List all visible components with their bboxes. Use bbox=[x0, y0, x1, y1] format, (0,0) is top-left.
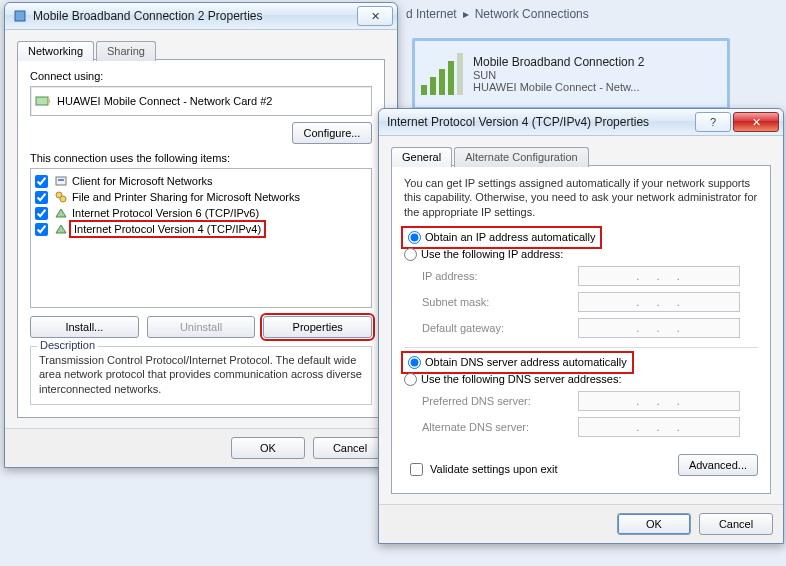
validate-checkbox-row[interactable]: Validate settings upon exit bbox=[406, 460, 558, 479]
validate-label: Validate settings upon exit bbox=[430, 463, 558, 475]
subnet-label: Subnet mask: bbox=[422, 296, 572, 308]
tab-general[interactable]: General bbox=[391, 147, 452, 167]
list-item[interactable]: File and Printer Sharing for Microsoft N… bbox=[35, 189, 367, 205]
cancel-button[interactable]: Cancel bbox=[699, 513, 773, 535]
ipv4-properties-window: Internet Protocol Version 4 (TCP/IPv4) P… bbox=[378, 108, 784, 544]
close-icon[interactable]: ✕ bbox=[357, 6, 393, 26]
connection-device: HUAWEI Mobile Connect - Netw... bbox=[473, 81, 644, 93]
configure-button[interactable]: Configure... bbox=[292, 122, 372, 144]
protocol-icon bbox=[54, 222, 68, 236]
radio-input[interactable] bbox=[404, 248, 417, 261]
item-checkbox[interactable] bbox=[35, 175, 48, 188]
connection-card[interactable]: Mobile Broadband Connection 2 SUN HUAWEI… bbox=[412, 38, 730, 110]
item-checkbox[interactable] bbox=[35, 191, 48, 204]
protocol-icon bbox=[54, 206, 68, 220]
client-icon bbox=[54, 174, 68, 188]
svg-rect-1 bbox=[36, 97, 48, 105]
items-label: This connection uses the following items… bbox=[30, 152, 372, 164]
breadcrumb: d Internet ▸ Network Connections bbox=[398, 0, 786, 28]
radio-input[interactable] bbox=[408, 356, 421, 369]
list-item[interactable]: Client for Microsoft Networks bbox=[35, 173, 367, 189]
validate-checkbox[interactable] bbox=[410, 463, 423, 476]
description-label: Description bbox=[37, 339, 98, 351]
radio-use-dns[interactable]: Use the following DNS server addresses: bbox=[404, 371, 758, 388]
list-item[interactable]: Internet Protocol Version 4 (TCP/IPv4) bbox=[35, 221, 367, 237]
radio-use-ip[interactable]: Use the following IP address: bbox=[404, 246, 758, 263]
connection-operator: SUN bbox=[473, 69, 644, 81]
tab-alternate-config[interactable]: Alternate Configuration bbox=[454, 147, 589, 167]
pref-dns-label: Preferred DNS server: bbox=[422, 395, 572, 407]
tab-networking[interactable]: Networking bbox=[17, 41, 94, 61]
description-text: Transmission Control Protocol/Internet P… bbox=[39, 353, 363, 396]
window-title: Internet Protocol Version 4 (TCP/IPv4) P… bbox=[387, 115, 693, 129]
item-label: Internet Protocol Version 6 (TCP/IPv6) bbox=[72, 207, 259, 219]
pref-dns-input: . . . bbox=[578, 391, 740, 411]
ip-address-label: IP address: bbox=[422, 270, 572, 282]
cancel-button[interactable]: Cancel bbox=[313, 437, 387, 459]
radio-input[interactable] bbox=[408, 231, 421, 244]
tab-sharing[interactable]: Sharing bbox=[96, 41, 156, 61]
ip-address-input: . . . bbox=[578, 266, 740, 286]
alt-dns-input: . . . bbox=[578, 417, 740, 437]
ok-button[interactable]: OK bbox=[617, 513, 691, 535]
protocol-list[interactable]: Client for Microsoft Networks File and P… bbox=[30, 168, 372, 308]
item-label: Client for Microsoft Networks bbox=[72, 175, 213, 187]
share-icon bbox=[54, 190, 68, 204]
adapter-field: HUAWEI Mobile Connect - Network Card #2 bbox=[30, 86, 372, 116]
radio-label: Use the following IP address: bbox=[421, 248, 563, 260]
window-title: Mobile Broadband Connection 2 Properties bbox=[33, 9, 355, 23]
close-icon[interactable]: ✕ bbox=[733, 112, 779, 132]
radio-input[interactable] bbox=[404, 373, 417, 386]
item-checkbox[interactable] bbox=[35, 223, 48, 236]
intro-text: You can get IP settings assigned automat… bbox=[404, 176, 758, 219]
subnet-input: . . . bbox=[578, 292, 740, 312]
gateway-label: Default gateway: bbox=[422, 322, 572, 334]
radio-label: Obtain DNS server address automatically bbox=[425, 356, 627, 368]
gateway-input: . . . bbox=[578, 318, 740, 338]
advanced-button[interactable]: Advanced... bbox=[678, 454, 758, 476]
svg-rect-0 bbox=[15, 11, 25, 21]
item-label: File and Printer Sharing for Microsoft N… bbox=[72, 191, 300, 203]
uninstall-button[interactable]: Uninstall bbox=[147, 316, 256, 338]
breadcrumb-part: Network Connections bbox=[475, 7, 589, 21]
radio-obtain-dns-auto[interactable]: Obtain DNS server address automatically bbox=[404, 354, 631, 371]
connect-using-label: Connect using: bbox=[30, 70, 372, 82]
item-checkbox[interactable] bbox=[35, 207, 48, 220]
radio-obtain-ip-auto[interactable]: Obtain an IP address automatically bbox=[404, 229, 599, 246]
adapter-name: HUAWEI Mobile Connect - Network Card #2 bbox=[57, 95, 272, 107]
svg-rect-4 bbox=[58, 179, 64, 181]
help-icon[interactable]: ? bbox=[695, 112, 731, 132]
alt-dns-label: Alternate DNS server: bbox=[422, 421, 572, 433]
window-icon bbox=[13, 9, 27, 23]
item-label: Internet Protocol Version 4 (TCP/IPv4) bbox=[72, 223, 263, 235]
radio-label: Use the following DNS server addresses: bbox=[421, 373, 622, 385]
breadcrumb-sep: ▸ bbox=[463, 7, 469, 21]
svg-point-6 bbox=[60, 196, 66, 202]
signal-icon bbox=[421, 53, 463, 95]
breadcrumb-part: d Internet bbox=[406, 7, 457, 21]
adapter-icon bbox=[35, 94, 51, 108]
connection-name: Mobile Broadband Connection 2 bbox=[473, 55, 644, 69]
install-button[interactable]: Install... bbox=[30, 316, 139, 338]
properties-button[interactable]: Properties bbox=[263, 316, 372, 338]
svg-rect-2 bbox=[48, 99, 50, 103]
connection-properties-window: Mobile Broadband Connection 2 Properties… bbox=[4, 2, 398, 468]
list-item[interactable]: Internet Protocol Version 6 (TCP/IPv6) bbox=[35, 205, 367, 221]
radio-label: Obtain an IP address automatically bbox=[425, 231, 595, 243]
ok-button[interactable]: OK bbox=[231, 437, 305, 459]
